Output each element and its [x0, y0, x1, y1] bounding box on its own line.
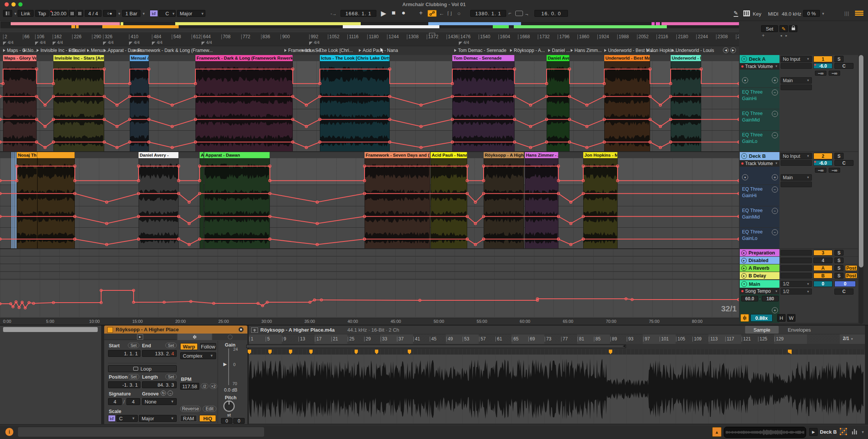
track-activator[interactable]: B — [813, 273, 833, 279]
input-channel-box[interactable] — [781, 63, 812, 69]
hiq-toggle[interactable]: HiQ — [199, 415, 216, 422]
clip-body[interactable] — [204, 158, 270, 248]
edit-button[interactable]: Edit — [203, 406, 216, 412]
half-bpm-button[interactable]: /2 — [201, 383, 208, 389]
follow-button-icon[interactable]: -→ — [331, 11, 337, 16]
solo-button[interactable]: S — [834, 250, 844, 256]
draw-mode-button-icon[interactable]: ✎ — [734, 10, 738, 17]
punch-in-button-icon[interactable]: ⌐ — [508, 10, 511, 16]
clip-body[interactable] — [37, 158, 75, 248]
output-routing-menu[interactable]: Main▼ — [781, 174, 812, 181]
clip-name-bar[interactable]: Menual & Mer — [130, 55, 149, 61]
clip-name-bar[interactable]: Invisible Inc - Stars [Ambie — [53, 55, 104, 61]
tap-tempo-button[interactable]: Tap — [35, 10, 49, 17]
pan-field[interactable]: C — [834, 160, 853, 166]
time-signature-marker[interactable]: 4/4 — [202, 40, 228, 45]
reverse-button[interactable]: Reverse — [180, 406, 201, 412]
track-header[interactable]: ▼Deck A — [740, 55, 779, 63]
target-deck-label[interactable]: Deck B — [820, 429, 837, 435]
main-out-menu[interactable]: 1/2▼ — [781, 288, 812, 295]
warp-mode-menu[interactable]: Complex▼ — [180, 352, 216, 359]
clip-subtab-left[interactable]: ▶ — [104, 334, 177, 340]
locator[interactable]: No... — [24, 47, 37, 53]
clip-body[interactable] — [547, 61, 570, 151]
warp-marker[interactable] — [248, 350, 251, 354]
remove-lane-icon[interactable]: − — [772, 89, 778, 96]
clip-name-bar[interactable]: A — [200, 152, 204, 158]
fold-track-icon[interactable]: ▼ — [741, 56, 747, 62]
panel-scrollbar-thumb[interactable] — [859, 55, 863, 267]
return-io-box[interactable] — [781, 265, 812, 271]
loop-length-field-clip[interactable]: 84. 3. 3 — [142, 381, 177, 388]
cue-volume-field[interactable]: 0 — [813, 281, 833, 287]
input-routing-menu[interactable]: No Input▼ — [781, 56, 812, 62]
track-activator[interactable]: 2 — [813, 153, 833, 159]
main-track-lane[interactable] — [0, 280, 739, 317]
cpu-dropdown-icon[interactable]: ▼ — [821, 12, 825, 16]
clip-body[interactable] — [17, 158, 37, 248]
loop-length-field[interactable]: 16. 0. 0 — [534, 10, 568, 17]
send-a-field[interactable]: −∞ — [815, 71, 826, 76]
clip-play-icon[interactable]: ▶ — [137, 334, 143, 340]
groove-menu[interactable]: None▼ — [142, 398, 177, 405]
solo-button[interactable]: S — [834, 265, 844, 271]
metronome-button[interactable]: ○● — [103, 10, 116, 17]
scale-mode-toggle[interactable]: ♭♯ — [150, 10, 158, 17]
gain-slider-handle[interactable]: ▶ — [223, 361, 227, 367]
time-signature-marker[interactable]: 4/4 — [53, 40, 79, 45]
loop-start-field[interactable]: 1380. 1. 1 — [470, 10, 506, 17]
clip-body[interactable] — [130, 61, 149, 151]
sample-warp-row[interactable] — [249, 349, 865, 355]
scale-root-dropdown-icon[interactable]: ▼ — [172, 12, 175, 16]
locator[interactable]: Tom Demac - Serenade — [454, 47, 507, 53]
solo-button[interactable]: S — [834, 56, 844, 62]
pitch-st-field[interactable]: 0 — [221, 418, 232, 424]
add-lane-icon[interactable]: + — [772, 174, 778, 180]
clip-end-marker[interactable] — [788, 350, 792, 354]
clip-name-bar[interactable]: Jon Hopkins - Mo — [583, 152, 618, 158]
post-toggle[interactable]: Post — [845, 273, 857, 279]
collapse-lanes-icon[interactable]: ▼ — [742, 77, 748, 83]
output-channel-box[interactable] — [781, 181, 812, 187]
automation-selector[interactable]: Track Volume▼ — [740, 63, 779, 70]
send-b-field[interactable]: −∞ — [829, 168, 840, 173]
zoom-width-button[interactable]: W — [787, 314, 795, 322]
automation-mode-button[interactable] — [428, 10, 437, 17]
insert-marker-dropdown-icon[interactable]: ▼ — [14, 12, 17, 16]
locator[interactable]: Hans Zimm... — [571, 47, 602, 53]
preview-play-button[interactable]: ▶ — [809, 428, 818, 436]
cpu-meter[interactable]: 0 % — [803, 10, 820, 17]
pan-field[interactable]: C — [834, 288, 853, 295]
loop-position-field[interactable]: -1. 3. 1 — [108, 381, 140, 388]
tempo-min-field[interactable]: 60.0 — [741, 296, 758, 301]
reenable-automation-button[interactable]: ← — [439, 10, 444, 16]
midi-map-button[interactable]: MIDI — [768, 11, 778, 17]
send-a-field[interactable]: −∞ — [815, 168, 826, 173]
computer-midi-keyboard-icon[interactable] — [743, 10, 750, 17]
gain-value[interactable]: 0.0 dB — [224, 387, 237, 393]
key-map-button[interactable]: Key — [753, 11, 761, 17]
clip-body[interactable] — [320, 61, 390, 151]
punch-out-button-icon[interactable]: ¬ — [525, 11, 528, 17]
clip-scale-name-menu[interactable]: Major▼ — [139, 415, 177, 422]
clip-body[interactable] — [200, 158, 204, 248]
tab-sample[interactable]: Sample — [745, 326, 779, 334]
remove-lane-icon[interactable]: − — [772, 208, 778, 214]
automation-selector[interactable]: Track Volume▼ — [740, 160, 779, 167]
time-signature-marker[interactable]: 4/4 — [103, 40, 130, 45]
record-button[interactable]: ● — [402, 9, 405, 17]
nudge-down-button[interactable] — [69, 10, 76, 17]
quantize-dropdown-icon[interactable]: ▼ — [142, 12, 145, 16]
save-icon[interactable] — [239, 327, 244, 332]
locator[interactable]: Underworld - Louis — [672, 47, 714, 53]
clip-body[interactable] — [365, 158, 430, 248]
end-set-button[interactable]: Set — [165, 343, 177, 348]
return-track-header[interactable]: ▶Preparation — [740, 249, 779, 256]
input-channel-box[interactable] — [781, 160, 812, 166]
mini-clip[interactable] — [15, 152, 16, 248]
quantize-menu[interactable]: 1 Bar — [122, 10, 140, 17]
clip-body[interactable] — [53, 61, 104, 151]
clip-grid-icon[interactable] — [840, 428, 848, 436]
remove-lane-icon[interactable]: − — [772, 186, 778, 193]
time-signature-marker[interactable]: 4/4 — [459, 40, 486, 45]
